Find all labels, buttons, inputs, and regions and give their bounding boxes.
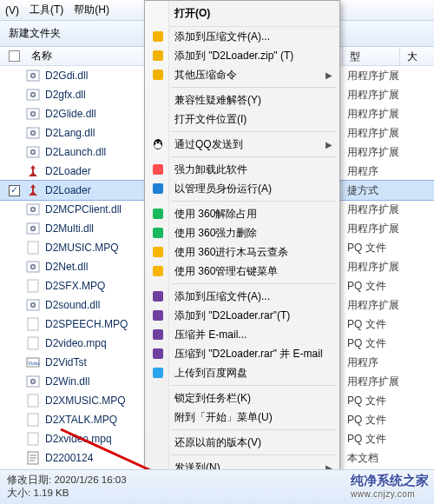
menu-item-label: 添加到压缩文件(A)... (174, 30, 270, 44)
file-icon: Video (26, 355, 40, 369)
menu-item[interactable]: 添加到 "D2Loader.zip" (T) (145, 46, 339, 65)
file-name: D2video.mpq (45, 337, 107, 349)
file-icon (26, 69, 40, 83)
file-name: D2VidTst (45, 356, 87, 368)
menu-separator (171, 283, 336, 284)
menu-item[interactable]: 使用 360强力删除 (145, 223, 339, 242)
svg-rect-49 (153, 70, 163, 80)
menu-item[interactable]: 打开文件位置(I) (145, 109, 339, 129)
file-type: 用程序扩展 (342, 123, 434, 143)
submenu-arrow-icon: ▶ (326, 140, 332, 149)
new-folder-button[interactable]: 新建文件夹 (9, 26, 61, 41)
menu-open[interactable]: 打开(O) (145, 1, 339, 27)
file-name: D2Net.dll (45, 261, 88, 273)
file-name: D2Gdi.dll (45, 70, 88, 82)
menu-separator (171, 385, 336, 386)
file-icon (26, 394, 40, 408)
svg-rect-47 (153, 31, 163, 42)
menu-item[interactable]: 强力卸载此软件 (145, 160, 339, 179)
menu-item-label: 附到「开始」菜单(U) (174, 410, 273, 425)
svg-rect-63 (153, 348, 163, 359)
menu-item[interactable]: 以管理员身份运行(A) (145, 179, 339, 198)
menu-item[interactable]: 添加到压缩文件(A)... (145, 287, 339, 306)
menu-item[interactable]: 使用 360管理右键菜单 (145, 262, 339, 281)
svg-point-20 (32, 228, 34, 229)
menu-item-label: 以管理员身份运行(A) (174, 182, 272, 196)
file-type: 用程序扩展 (342, 85, 434, 104)
file-type: 用程序扩展 (342, 295, 434, 315)
menu-item[interactable]: 锁定到任务栏(K) (145, 388, 339, 408)
menu-item[interactable]: 上传到百度网盘 (145, 363, 339, 382)
menu-separator (171, 156, 336, 157)
menu-help[interactable]: 帮助(H) (74, 3, 109, 17)
column-name[interactable]: 名称 (31, 49, 52, 63)
file-name: D2XTALK.MPQ (45, 414, 117, 426)
menu-item[interactable]: 使用 360解除占用 (145, 204, 339, 223)
menu-item[interactable]: 还原以前的版本(V) (145, 433, 339, 452)
menu-item[interactable]: 使用 360进行木马云查杀 (145, 242, 339, 262)
column-type[interactable]: 型 (342, 47, 360, 66)
svg-rect-37 (28, 414, 38, 426)
status-date-value: 2020/1/26 16:03 (54, 474, 126, 485)
qq-icon (150, 136, 166, 152)
status-date-label: 修改日期: (7, 474, 51, 485)
file-type: PQ 文件 (342, 391, 434, 410)
360g-icon (150, 225, 166, 241)
menu-item[interactable]: 添加到压缩文件(A)... (145, 27, 339, 46)
status-size-value: 1.19 KB (33, 487, 69, 498)
menu-item[interactable]: 通过QQ发送到▶ (145, 135, 339, 154)
file-name: D2Multi.dll (45, 222, 94, 235)
menu-item[interactable]: 兼容性疑难解答(Y) (145, 90, 339, 109)
svg-rect-30 (28, 337, 38, 349)
menu-item-label: 还原以前的版本(V) (174, 435, 261, 450)
context-menu[interactable]: 打开(O) 添加到压缩文件(A)...添加到 "D2Loader.zip" (T… (144, 0, 340, 504)
row-checkbox[interactable] (9, 185, 20, 196)
column-extra[interactable]: 大 (399, 47, 434, 66)
menu-item-label: 添加到压缩文件(A)... (174, 289, 270, 304)
svg-rect-57 (153, 228, 163, 238)
file-icon (26, 279, 40, 293)
file-icon (26, 413, 40, 427)
select-all-checkbox[interactable] (9, 50, 20, 62)
svg-rect-56 (153, 209, 163, 219)
menu-item-label: 使用 360解除占用 (174, 207, 257, 222)
file-icon (26, 202, 40, 216)
menu-separator (171, 131, 336, 132)
svg-rect-55 (153, 183, 163, 194)
svg-point-8 (32, 113, 34, 115)
submenu-arrow-icon: ▶ (326, 70, 332, 80)
file-name: D2Loader (45, 165, 91, 177)
menu-item[interactable]: 添加到 "D2Loader.rar"(T) (145, 306, 339, 325)
svg-rect-58 (153, 247, 163, 257)
file-name: D2Launch.dll (45, 146, 106, 158)
watermark-url: www.cnjzy.com (351, 489, 429, 499)
file-type: PQ 文件 (342, 276, 434, 295)
svg-rect-29 (28, 318, 38, 330)
menu-view[interactable]: (V) (5, 4, 19, 17)
menu-separator (171, 201, 336, 202)
menu-tools[interactable]: 工具(T) (30, 3, 63, 17)
menu-item[interactable]: 压缩并 E-mail... (145, 325, 339, 344)
file-name: D2Glide.dll (45, 108, 96, 120)
menu-item-label: 兼容性疑难解答(Y) (174, 93, 261, 108)
menu-item-label: 使用 360进行木马云查杀 (174, 245, 288, 260)
svg-point-5 (32, 94, 34, 96)
file-icon (26, 107, 40, 121)
menu-item-label: 打开文件位置(I) (174, 112, 247, 127)
file-icon (26, 260, 40, 274)
menu-separator (171, 454, 336, 455)
menu-item[interactable]: 压缩到 "D2Loader.rar" 并 E-mail (145, 344, 339, 363)
file-icon (26, 317, 40, 331)
menu-item[interactable]: 附到「开始」菜单(U) (145, 408, 339, 427)
svg-point-14 (32, 151, 34, 153)
status-size-label: 大小: (7, 487, 30, 498)
svg-point-17 (32, 209, 34, 210)
svg-rect-61 (153, 310, 163, 321)
file-name: D2gfx.dll (45, 89, 86, 101)
menu-item[interactable]: 其他压缩命令▶ (145, 65, 339, 84)
svg-point-52 (155, 142, 157, 143)
file-type: PQ 文件 (342, 315, 434, 334)
file-type: PQ 文件 (342, 238, 434, 257)
file-type: 用程序扩展 (342, 200, 434, 219)
menu-item-label: 使用 360强力删除 (174, 226, 257, 241)
